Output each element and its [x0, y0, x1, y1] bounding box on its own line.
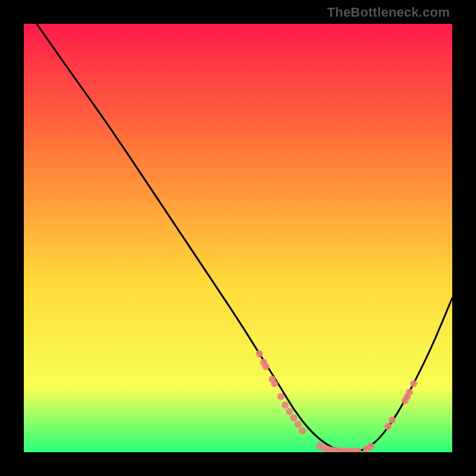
data-marker: [281, 402, 289, 409]
watermark-text: TheBottleneck.com: [327, 5, 450, 20]
data-marker: [256, 350, 263, 357]
data-marker: [410, 380, 417, 387]
data-marker: [299, 427, 306, 434]
data-marker: [295, 421, 302, 428]
gradient-background: [24, 24, 452, 452]
data-marker: [277, 393, 284, 400]
chart-svg: [24, 24, 452, 452]
chart-frame: TheBottleneck.com: [0, 0, 476, 476]
data-marker: [286, 408, 293, 415]
data-marker: [262, 363, 270, 370]
data-marker: [384, 423, 392, 430]
data-marker: [389, 416, 396, 424]
data-marker: [367, 443, 374, 450]
data-marker: [290, 414, 298, 421]
plot-area: [24, 24, 452, 452]
data-marker: [406, 389, 413, 396]
data-marker: [271, 380, 278, 387]
